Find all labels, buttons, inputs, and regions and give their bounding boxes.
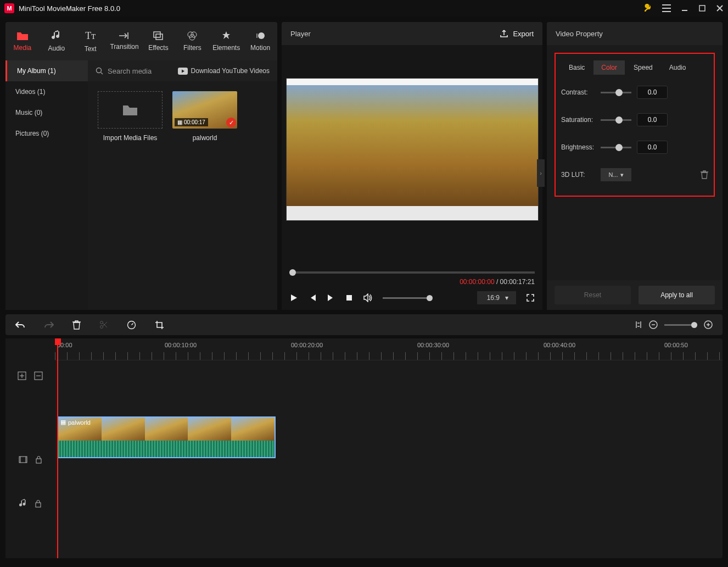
aspect-ratio-select[interactable]: 16:9 ▾ [477,291,516,304]
timeline-tracks[interactable]: 00:00 00:00:10:00 00:00:20:00 00:00:30:0… [55,338,723,558]
menu-icon[interactable] [662,4,671,12]
contrast-label: Contrast: [561,88,595,96]
tab-filters[interactable]: Filters [175,22,209,60]
close-icon[interactable] [716,4,724,12]
timeline-fit-icon[interactable] [635,320,642,329]
tab-effects[interactable]: Effects [142,22,176,60]
panel-expand-handle[interactable]: › [537,159,545,187]
zoom-out-button[interactable] [649,320,658,329]
download-label: Download YouTube Videos [191,67,270,75]
zoom-slider[interactable] [664,324,697,326]
clip-duration-badge: ▦ 00:00:17 [175,118,208,126]
tab-motion[interactable]: Motion [243,22,277,60]
lut-select[interactable]: N... ▾ [601,168,631,181]
tick-label: 00:00:30:00 [417,342,449,348]
sidebar-item-myalbum[interactable]: My Album (1) [5,60,88,81]
svg-point-10 [100,321,103,324]
import-label: Import Media Files [103,134,158,142]
prop-tab-basic[interactable]: Basic [561,60,592,75]
timeline: 00:00 00:00:10:00 00:00:20:00 00:00:30:0… [5,338,723,558]
redo-button[interactable] [44,321,54,329]
svg-rect-0 [699,5,705,11]
svg-rect-9 [346,295,352,301]
tab-label: Elements [212,44,240,52]
apply-all-button[interactable]: Apply to all [639,286,715,304]
play-button[interactable] [289,293,298,302]
transition-icon [119,32,131,40]
zoom-in-button[interactable] [704,320,713,329]
svg-point-6 [258,32,265,39]
preview-viewport[interactable] [286,78,539,221]
effects-icon [153,31,164,41]
playhead[interactable] [57,338,58,558]
prop-tab-color[interactable]: Color [593,60,625,75]
key-icon[interactable] [643,4,652,13]
tick-label: 00:00:10:00 [165,342,197,348]
chevron-down-icon: ▾ [505,294,508,302]
reset-button: Reset [555,286,631,304]
download-youtube-button[interactable]: Download YouTube Videos [178,67,270,75]
audio-icon [52,30,61,41]
sidebar-item-music[interactable]: Music (0) [5,102,88,123]
tab-transition[interactable]: Transition [108,22,142,60]
tab-label: Motion [250,44,270,52]
media-tabs: Media Audio Tт Text Transition Effects F… [5,22,277,60]
folder-plus-icon [122,103,138,116]
sidebar-item-videos[interactable]: Videos (1) [5,81,88,102]
svg-rect-2 [156,34,163,40]
timeline-clip[interactable]: ▦palworld [57,416,276,458]
search-input[interactable]: Search media [96,67,173,75]
fullscreen-button[interactable] [526,293,535,302]
lut-delete-icon[interactable] [701,170,708,179]
stop-button[interactable] [345,294,353,302]
tab-label: Text [85,45,97,53]
saturation-label: Saturation: [561,116,595,124]
import-media-button[interactable] [98,91,163,129]
media-clip-thumbnail[interactable]: ▦ 00:00:17 ✓ [172,91,237,129]
contrast-slider[interactable] [601,92,631,93]
media-sidebar: My Album (1) Videos (1) Music (0) Pictur… [5,60,88,310]
video-track-icon [19,456,27,463]
time-display: 00:00:00:00 / 00:00:17:21 [289,278,535,286]
lut-label: 3D LUT: [561,171,595,179]
split-button[interactable] [99,320,108,329]
export-label: Export [513,30,534,38]
volume-icon[interactable] [363,293,373,302]
speed-button[interactable] [127,320,136,330]
tab-audio[interactable]: Audio [40,22,74,60]
audio-track[interactable] [55,465,723,498]
next-frame-button[interactable] [327,294,335,302]
motion-icon [255,31,265,41]
prev-frame-button[interactable] [308,294,317,302]
prop-tab-speed[interactable]: Speed [626,60,660,75]
collapse-track-icon[interactable] [34,371,43,380]
saturation-value[interactable]: 0.0 [637,113,668,126]
tab-media[interactable]: Media [5,22,40,60]
tab-elements[interactable]: Elements [209,22,243,60]
tick-label: 00:00:20:00 [291,342,323,348]
sidebar-item-pictures[interactable]: Pictures (0) [5,123,88,144]
brightness-slider[interactable] [601,147,631,148]
delete-button[interactable] [72,320,81,330]
export-button[interactable]: Export [500,29,534,38]
lock-icon[interactable] [35,455,42,464]
brightness-value[interactable]: 0.0 [637,141,668,154]
undo-button[interactable] [15,321,25,329]
time-ruler[interactable]: 00:00 00:00:10:00 00:00:20:00 00:00:30:0… [55,338,723,360]
crop-button[interactable] [155,320,164,330]
volume-slider[interactable] [383,297,432,299]
seek-slider[interactable] [289,271,535,274]
maximize-icon[interactable] [698,4,706,12]
add-track-icon[interactable] [18,371,26,380]
tab-text[interactable]: Tт Text [74,22,108,60]
minimize-icon[interactable] [681,4,688,12]
lock-icon[interactable] [35,499,42,508]
youtube-icon [178,68,188,75]
contrast-value[interactable]: 0.0 [637,86,668,99]
video-track[interactable]: ▦palworld [55,415,723,459]
tick-label: 00:00:50 [664,342,688,348]
text-icon: Tт [85,30,96,42]
search-placeholder: Search media [108,67,152,75]
saturation-slider[interactable] [601,119,631,121]
prop-tab-audio[interactable]: Audio [662,60,694,75]
